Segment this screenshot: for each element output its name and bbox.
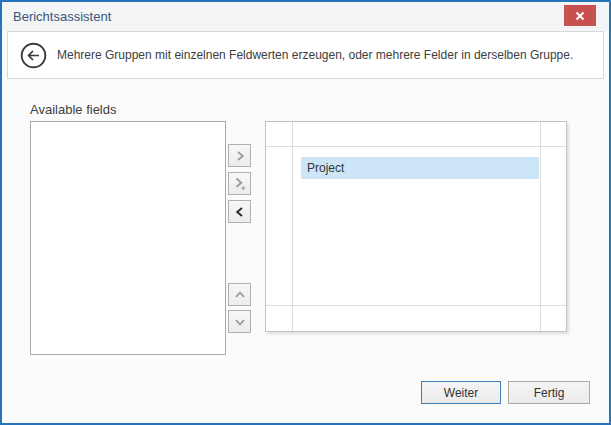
next-button[interactable]: Weiter: [421, 381, 501, 404]
grid-left-column-divider: [292, 122, 293, 331]
move-left-button[interactable]: [228, 200, 251, 223]
close-icon: [575, 11, 585, 21]
grid-footer-divider: [266, 305, 566, 306]
chevron-right-icon: [234, 150, 246, 162]
close-button[interactable]: [564, 5, 596, 26]
report-wizard-dialog: Berichtsassistent Mehrere Gruppen mit ei…: [0, 0, 611, 425]
chevron-left-icon: [234, 206, 246, 218]
grid-right-column-divider: [540, 122, 541, 331]
back-button[interactable]: [20, 42, 47, 69]
move-right-button[interactable]: [228, 144, 251, 167]
wizard-description: Mehrere Gruppen mit einzelnen Feldwerten…: [57, 32, 573, 78]
window-title: Berichtsassistent: [13, 2, 111, 31]
available-fields-list[interactable]: [30, 121, 226, 355]
chevron-down-icon: [234, 316, 246, 328]
wizard-description-panel: Mehrere Gruppen mit einzelnen Feldwerten…: [7, 31, 604, 79]
chevron-up-icon: [234, 289, 246, 301]
move-right-add-button[interactable]: [228, 172, 251, 195]
group-row-project[interactable]: Project: [301, 157, 539, 179]
titlebar[interactable]: Berichtsassistent: [2, 2, 609, 31]
grid-header-divider: [266, 146, 566, 147]
arrow-left-circle-icon: [20, 42, 47, 69]
chevron-right-plus-icon: [233, 177, 247, 191]
groups-grid[interactable]: Project: [265, 121, 567, 332]
move-up-button[interactable]: [228, 283, 251, 306]
move-down-button[interactable]: [228, 310, 251, 333]
finish-button[interactable]: Fertig: [508, 381, 590, 404]
available-fields-label: Available fields: [30, 102, 116, 117]
